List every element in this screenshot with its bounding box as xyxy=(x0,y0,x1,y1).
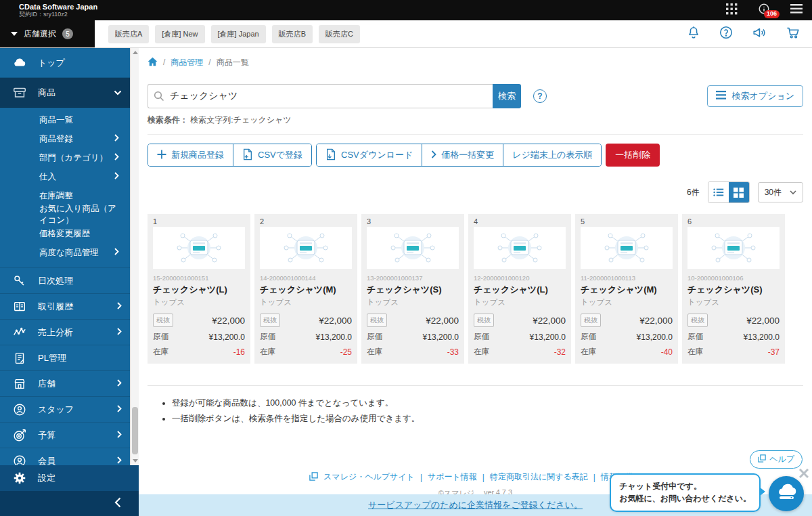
sidebar-item-staff[interactable]: スタッフ xyxy=(0,397,130,423)
bell-icon[interactable] xyxy=(686,25,701,43)
home-icon[interactable] xyxy=(148,57,158,68)
product-image-placeholder xyxy=(367,227,459,269)
announcement-speaker-icon[interactable] xyxy=(751,25,767,43)
product-card[interactable]: 1 15-2000001000151 チェックシャツ(L) トップス 税抜¥22… xyxy=(148,214,250,364)
product-category: トップス xyxy=(153,297,245,307)
cost-label: 原価 xyxy=(260,332,275,342)
chat-close-icon[interactable] xyxy=(798,468,809,481)
sidebar-item-products[interactable]: 商品 xyxy=(0,78,130,108)
search-button[interactable]: 検索 xyxy=(493,84,521,108)
sidebar-subitem-advanced[interactable]: 高度な商品管理 xyxy=(0,243,130,262)
product-price: ¥22,000 xyxy=(212,316,245,326)
product-card[interactable]: 3 13-2000001000137 チェックシャツ(S) トップス 税抜¥22… xyxy=(361,214,464,364)
scroll-down-arrow[interactable] xyxy=(133,459,138,463)
product-image-placeholder xyxy=(153,227,245,269)
store-selector[interactable]: 店舗選択 5 xyxy=(0,20,95,47)
product-stock: -25 xyxy=(340,347,352,357)
chat-line1: チャット受付中です。 xyxy=(619,480,751,493)
search-conditions-value: 検索文字列:チェックシャツ xyxy=(190,115,291,125)
store-tab-2[interactable]: [倉庫] New xyxy=(155,25,204,43)
button-label: レジ端末上の表示順 xyxy=(512,149,592,161)
sidebar-subitem-purchase[interactable]: 仕入 xyxy=(0,167,130,186)
breadcrumb-separator: / xyxy=(163,58,165,67)
sidebar-scrollbar[interactable] xyxy=(130,48,139,465)
product-name: チェックシャツ(S) xyxy=(367,284,459,296)
tax-badge: 税抜 xyxy=(153,314,173,327)
help-button[interactable]: ヘルプ xyxy=(750,450,803,469)
sidebar-item-label: 商品 xyxy=(38,87,55,99)
new-product-button[interactable]: 新規商品登録 xyxy=(148,144,233,166)
notification-icon[interactable]: 106 xyxy=(758,3,770,18)
document-icon xyxy=(12,351,27,366)
csv-download-button[interactable]: CSVダウンロード xyxy=(317,144,422,166)
sidebar-subitem-product-register[interactable]: 商品登録 xyxy=(0,129,130,148)
grid-view-button[interactable] xyxy=(729,182,749,202)
product-name: チェックシャツ(L) xyxy=(474,284,566,296)
sidebar-subitem-price-history[interactable]: 価格変更履歴 xyxy=(0,224,130,243)
store-tab-4[interactable]: 販売店B xyxy=(272,25,313,43)
scrollbar-thumb[interactable] xyxy=(132,407,138,454)
chat-launcher-button[interactable] xyxy=(769,476,804,511)
product-category: トップス xyxy=(581,297,673,307)
cost-label: 原価 xyxy=(367,332,382,342)
stock-label: 在庫 xyxy=(260,347,275,357)
chat-bubble[interactable]: チャット受付中です。 お気軽に、お問い合わせください。 xyxy=(610,473,761,512)
target-icon xyxy=(12,428,27,443)
product-image-placeholder xyxy=(260,227,352,269)
csv-register-button[interactable]: CSVで登録 xyxy=(233,144,311,166)
register-display-order-button[interactable]: レジ端末上の表示順 xyxy=(503,144,601,166)
sidebar-subitem-stock-adjust[interactable]: 在庫調整 xyxy=(0,186,130,205)
actions-toolbar: 新規商品登録 CSVで登録 CSVダウンロード xyxy=(148,144,803,167)
footer-link-support[interactable]: サポート情報 xyxy=(428,471,477,483)
sidebar-item-transactions[interactable]: 取引履歴 xyxy=(0,294,130,320)
product-card[interactable]: 2 14-2000001000144 チェックシャツ(M) トップス 税抜¥22… xyxy=(254,214,357,364)
product-code: 14-2000001000144 xyxy=(260,274,352,282)
banner-link[interactable]: サービスアップのために企業情報をご登録ください。 xyxy=(368,499,583,511)
key-icon xyxy=(12,274,27,288)
product-category: トップス xyxy=(474,297,566,307)
sidebar-subitem-favorites[interactable]: お気に入り商品（アイコン） xyxy=(0,205,130,224)
scroll-up-arrow[interactable] xyxy=(133,51,138,54)
sidebar-item-sales-analysis[interactable]: 売上分析 xyxy=(0,320,130,345)
results-controls: 6件 30件 xyxy=(148,181,803,203)
main-content: / 商品管理 / 商品一覧 検索 ? 検索オプション xyxy=(139,48,812,516)
cart-icon[interactable] xyxy=(785,25,801,43)
sidebar-subitem-product-list[interactable]: 商品一覧 xyxy=(0,110,130,129)
bulk-delete-button[interactable]: 一括削除 xyxy=(606,144,660,167)
help-circle-icon[interactable] xyxy=(719,25,734,43)
menu-hamburger-icon[interactable] xyxy=(790,4,803,16)
chevron-right-icon xyxy=(117,456,122,465)
product-card[interactable]: 5 11-2000001000113 チェックシャツ(M) トップス 税抜¥22… xyxy=(575,214,678,364)
chevron-right-icon xyxy=(117,430,122,440)
store-tab-1[interactable]: 販売店A xyxy=(108,25,149,43)
search-input[interactable] xyxy=(148,84,493,108)
sidebar-item-pl[interactable]: PL管理 xyxy=(0,345,130,371)
footer-link-help-site[interactable]: スマレジ・ヘルプサイト xyxy=(323,471,415,483)
footer-link-commerce-law[interactable]: 特定商取引法に関する表記 xyxy=(490,471,588,483)
list-view-button[interactable] xyxy=(708,182,729,202)
search-options-button[interactable]: 検索オプション xyxy=(707,85,803,107)
store-tab-3[interactable]: [倉庫] Japan xyxy=(211,25,266,43)
sidebar-item-budget[interactable]: 予算 xyxy=(0,423,130,448)
sidebar-item-stores[interactable]: 店舗 xyxy=(0,371,130,397)
page-size-select[interactable]: 30件 xyxy=(758,182,803,202)
tax-badge: 税抜 xyxy=(367,314,387,327)
product-card[interactable]: 4 12-2000001000120 チェックシャツ(L) トップス 税抜¥22… xyxy=(468,214,571,364)
products-submenu: 商品一覧 商品登録 部門（カテゴリ） 仕入 在庫調整 お気に入り商品（アイコン）… xyxy=(0,108,130,268)
button-label: CSVダウンロード xyxy=(341,149,413,161)
subitem-label: 価格変更履歴 xyxy=(39,228,90,240)
tax-badge: 税抜 xyxy=(687,314,708,327)
chevron-right-icon xyxy=(431,150,436,160)
search-help-icon[interactable]: ? xyxy=(533,89,547,103)
sidebar-item-members[interactable]: 会員 xyxy=(0,448,130,465)
store-tab-5[interactable]: 販売店C xyxy=(319,25,360,43)
bulk-price-change-button[interactable]: 価格一括変更 xyxy=(422,144,503,166)
sidebar-item-daily[interactable]: 日次処理 xyxy=(0,268,130,294)
breadcrumb-link-product-management[interactable]: 商品管理 xyxy=(171,57,203,68)
sidebar-item-settings[interactable]: 設定 xyxy=(0,465,139,491)
sidebar-item-top[interactable]: トップ xyxy=(0,48,130,78)
sidebar-subitem-category[interactable]: 部門（カテゴリ） xyxy=(0,148,130,167)
product-card[interactable]: 6 10-2000001000106 チェックシャツ(S) トップス 税抜¥22… xyxy=(682,214,785,364)
apps-grid-icon[interactable] xyxy=(726,3,738,18)
sidebar-collapse-button[interactable] xyxy=(0,491,139,516)
